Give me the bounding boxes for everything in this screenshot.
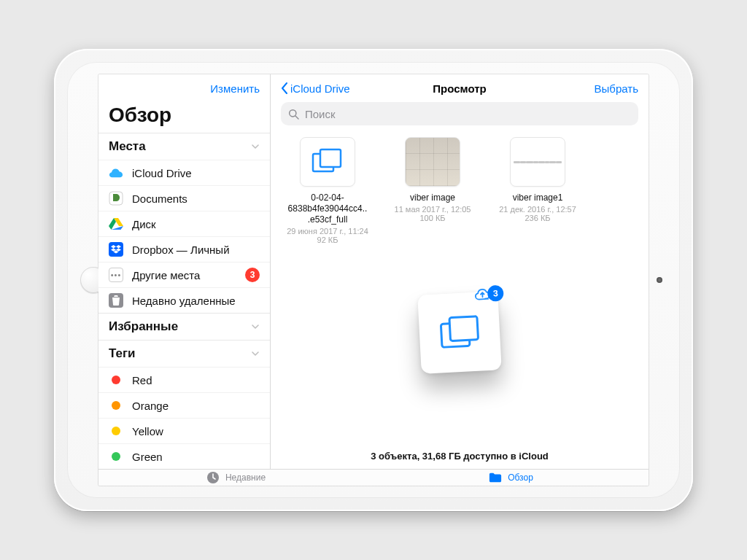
file-thumbnail [300,137,355,187]
google-drive-icon [109,217,123,231]
tab-label: Недавние [225,472,266,483]
search-placeholder: Поиск [305,108,336,120]
file-meta: 11 мая 2017 г., 12:05 [395,205,471,214]
file-name: 0-02-04-6838b4fe39044cc4...e53cf_full [287,192,368,225]
back-button[interactable]: iCloud Drive [281,82,350,95]
svg-line-5 [295,116,298,119]
sidebar-item-label: Недавно удаленные [132,295,260,307]
sidebar-item-more-locations[interactable]: ••• Другие места 3 [98,262,270,287]
file-meta: 29 июня 2017 г., 11:24 [287,227,368,236]
svg-marker-2 [109,218,116,230]
search-input[interactable]: Поиск [281,102,638,125]
page-background: Изменить Обзор Места [0,0,747,560]
back-label: iCloud Drive [290,82,350,95]
tag-yellow[interactable]: Yellow [98,418,270,443]
file-grid: 0-02-04-6838b4fe39044cc4...e53cf_full 29… [271,133,649,244]
svg-rect-9 [449,316,479,341]
sidebar-item-google-drive[interactable]: Диск [98,211,270,236]
tab-label: Обзор [508,472,533,483]
sidebar-item-label: Диск [132,218,260,230]
file-item[interactable]: 0-02-04-6838b4fe39044cc4...e53cf_full 29… [287,137,368,244]
search-icon [288,109,299,120]
file-name: viber image [410,192,455,203]
locations-header[interactable]: Места [98,133,270,160]
file-size: 92 КБ [317,236,338,244]
tag-dot-icon [109,373,123,387]
favorites-header-label: Избранные [109,319,178,334]
tag-green[interactable]: Green [98,443,270,469]
main-nav: iCloud Drive Просмотр Выбрать [271,74,649,102]
tags-header-label: Теги [109,346,136,361]
trash-icon [109,293,123,308]
folder-icon [489,471,502,484]
storage-status: 3 объекта, 31,68 ГБ доступно в iCloud [271,440,649,469]
sidebar: Изменить Обзор Места [98,74,271,469]
tab-recent[interactable]: Недавние [98,470,374,486]
front-camera [657,277,662,283]
main-content: iCloud Drive Просмотр Выбрать Поиск [271,74,649,469]
upload-badge-group: 3 [474,285,504,303]
file-meta: 21 дек. 2016 г., 12:57 [499,205,576,214]
svg-rect-7 [320,149,341,167]
sidebar-item-icloud[interactable]: iCloud Drive [98,160,270,185]
tag-dot-icon [109,449,123,464]
tab-bar: Недавние Обзор [98,469,649,486]
sidebar-item-label: Dropbox — Личный [132,244,260,256]
chevron-down-icon [251,142,260,151]
section-favorites: Избранные [98,313,270,340]
file-size: 236 КБ [525,214,550,222]
ipad-frame-inner: Изменить Обзор Места [67,62,680,498]
file-name: viber image1 [513,192,563,203]
more-locations-icon: ••• [109,268,123,282]
file-item[interactable]: viber image1 21 дек. 2016 г., 12:57 236 … [497,137,578,222]
file-thumbnail [510,137,565,187]
sidebar-scroll[interactable]: Места iCloud Drive [98,133,270,469]
tags-header[interactable]: Теги [98,341,270,367]
favorites-header[interactable]: Избранные [98,314,270,340]
sidebar-item-label: iCloud Drive [132,167,260,179]
sidebar-title: Обзор [98,102,270,133]
sidebar-item-recently-deleted[interactable]: Недавно удаленные [98,287,270,313]
screen: Изменить Обзор Места [98,74,649,486]
sidebar-item-label: Другие места [132,269,236,281]
sidebar-top: Изменить [98,74,270,102]
chevron-left-icon [281,82,288,94]
documents-app-icon [109,191,123,206]
files-app: Изменить Обзор Места [98,74,649,469]
section-tags: Теги Red [98,340,270,469]
select-button[interactable]: Выбрать [595,82,638,95]
ipad-frame-outer: Изменить Обзор Места [54,49,693,511]
clock-icon [206,471,220,484]
edit-button[interactable]: Изменить [210,82,260,95]
tag-red[interactable]: Red [98,367,270,392]
section-locations: Места iCloud Drive [98,133,270,313]
tab-browse[interactable]: Обзор [374,470,649,486]
tag-dot-icon [109,424,123,438]
locations-header-label: Места [109,139,146,154]
chevron-down-icon [251,322,260,331]
tag-label: Green [132,451,260,463]
tag-orange[interactable]: Orange [98,392,270,418]
tag-label: Red [132,374,260,386]
upload-count-badge: 3 [487,285,504,302]
tag-label: Orange [132,400,260,412]
tag-label: Yellow [132,425,260,438]
sidebar-item-documents[interactable]: Documents [98,185,270,211]
file-size: 100 КБ [419,214,445,222]
icloud-icon [109,166,123,180]
file-thumbnail [405,137,460,187]
sidebar-item-label: Documents [132,192,260,205]
upload-card[interactable]: 3 [417,291,502,374]
file-item[interactable]: viber image 11 мая 2017 г., 12:05 100 КБ [392,137,473,222]
sidebar-item-dropbox[interactable]: Dropbox — Личный [98,236,270,262]
dropbox-icon [109,242,123,257]
stacked-files-icon [438,314,482,352]
chevron-down-icon [251,349,260,358]
tag-dot-icon [109,398,123,413]
notification-badge: 3 [245,268,260,282]
